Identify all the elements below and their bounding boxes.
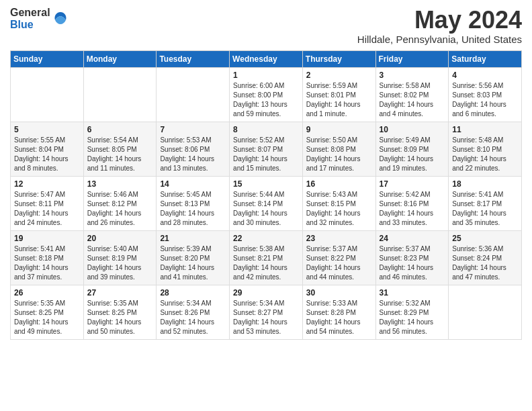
- day-number: 13: [87, 179, 153, 189]
- header: General Blue May 2024 Hilldale, Pennsylv…: [10, 7, 522, 45]
- day-number: 27: [87, 288, 153, 298]
- title-block: May 2024 Hilldale, Pennsylvania, United …: [357, 7, 522, 45]
- day-number: 23: [306, 234, 372, 243]
- calendar-cell: 20Sunrise: 5:40 AMSunset: 8:19 PMDayligh…: [83, 230, 157, 285]
- logo-general: General: [10, 7, 50, 19]
- day-info: Sunrise: 5:47 AMSunset: 8:11 PMDaylight:…: [14, 190, 80, 228]
- calendar-cell: 5Sunrise: 5:55 AMSunset: 8:04 PMDaylight…: [11, 122, 84, 176]
- day-info: Sunrise: 5:56 AMSunset: 8:03 PMDaylight:…: [452, 81, 518, 119]
- day-number: 28: [160, 288, 226, 298]
- day-info: Sunrise: 5:34 AMSunset: 8:26 PMDaylight:…: [160, 299, 226, 336]
- calendar-cell: 1Sunrise: 6:00 AMSunset: 8:00 PMDaylight…: [230, 67, 303, 122]
- day-number: 31: [380, 288, 445, 298]
- day-info: Sunrise: 5:44 AMSunset: 8:14 PMDaylight:…: [233, 190, 299, 228]
- day-number: 7: [160, 125, 226, 134]
- calendar-cell: 21Sunrise: 5:39 AMSunset: 8:20 PMDayligh…: [157, 230, 230, 285]
- calendar-cell: 6Sunrise: 5:54 AMSunset: 8:05 PMDaylight…: [83, 122, 157, 176]
- day-info: Sunrise: 5:33 AMSunset: 8:28 PMDaylight:…: [306, 299, 372, 336]
- week-row-2: 5Sunrise: 5:55 AMSunset: 8:04 PMDaylight…: [11, 122, 522, 176]
- day-info: Sunrise: 5:41 AMSunset: 8:17 PMDaylight:…: [452, 190, 518, 228]
- calendar-cell: 26Sunrise: 5:35 AMSunset: 8:25 PMDayligh…: [11, 285, 84, 339]
- day-number: 9: [306, 125, 372, 134]
- week-row-4: 19Sunrise: 5:41 AMSunset: 8:18 PMDayligh…: [11, 230, 522, 285]
- main-title: May 2024: [357, 7, 522, 34]
- calendar-cell: 27Sunrise: 5:35 AMSunset: 8:25 PMDayligh…: [83, 285, 157, 339]
- day-info: Sunrise: 5:37 AMSunset: 8:23 PMDaylight:…: [380, 244, 445, 282]
- day-number: 1: [233, 71, 299, 80]
- calendar-table: Sunday Monday Tuesday Wednesday Thursday…: [10, 50, 522, 340]
- day-number: 16: [306, 179, 372, 189]
- calendar-cell: 8Sunrise: 5:52 AMSunset: 8:07 PMDaylight…: [230, 122, 303, 176]
- calendar-cell: [83, 67, 157, 122]
- calendar-cell: [11, 67, 84, 122]
- logo-text: General Blue: [10, 7, 50, 30]
- col-monday: Monday: [83, 50, 157, 67]
- calendar-cell: 28Sunrise: 5:34 AMSunset: 8:26 PMDayligh…: [157, 285, 230, 339]
- day-number: 24: [380, 234, 445, 243]
- day-info: Sunrise: 5:58 AMSunset: 8:02 PMDaylight:…: [380, 81, 445, 119]
- day-info: Sunrise: 5:38 AMSunset: 8:21 PMDaylight:…: [233, 244, 299, 282]
- page: General Blue May 2024 Hilldale, Pennsylv…: [0, 0, 532, 411]
- day-info: Sunrise: 5:34 AMSunset: 8:27 PMDaylight:…: [233, 299, 299, 336]
- day-info: Sunrise: 5:59 AMSunset: 8:01 PMDaylight:…: [306, 81, 372, 119]
- calendar-cell: 9Sunrise: 5:50 AMSunset: 8:08 PMDaylight…: [302, 122, 375, 176]
- day-info: Sunrise: 5:42 AMSunset: 8:16 PMDaylight:…: [380, 190, 445, 228]
- calendar-cell: 3Sunrise: 5:58 AMSunset: 8:02 PMDaylight…: [375, 67, 449, 122]
- day-info: Sunrise: 5:55 AMSunset: 8:04 PMDaylight:…: [14, 136, 80, 173]
- day-number: 18: [452, 179, 518, 189]
- col-wednesday: Wednesday: [230, 50, 303, 67]
- day-number: 11: [452, 125, 518, 134]
- day-info: Sunrise: 5:39 AMSunset: 8:20 PMDaylight:…: [160, 244, 226, 282]
- day-number: 17: [380, 179, 445, 189]
- calendar-cell: 22Sunrise: 5:38 AMSunset: 8:21 PMDayligh…: [230, 230, 303, 285]
- day-info: Sunrise: 5:36 AMSunset: 8:24 PMDaylight:…: [452, 244, 518, 282]
- calendar-cell: 29Sunrise: 5:34 AMSunset: 8:27 PMDayligh…: [230, 285, 303, 339]
- calendar-cell: 25Sunrise: 5:36 AMSunset: 8:24 PMDayligh…: [449, 230, 522, 285]
- day-info: Sunrise: 5:32 AMSunset: 8:29 PMDaylight:…: [380, 299, 445, 336]
- day-info: Sunrise: 5:37 AMSunset: 8:22 PMDaylight:…: [306, 244, 372, 282]
- calendar-cell: 14Sunrise: 5:45 AMSunset: 8:13 PMDayligh…: [157, 176, 230, 230]
- calendar-cell: 17Sunrise: 5:42 AMSunset: 8:16 PMDayligh…: [375, 176, 449, 230]
- day-info: Sunrise: 6:00 AMSunset: 8:00 PMDaylight:…: [233, 81, 299, 119]
- day-info: Sunrise: 5:41 AMSunset: 8:18 PMDaylight:…: [14, 244, 80, 282]
- day-number: 21: [160, 234, 226, 243]
- day-info: Sunrise: 5:53 AMSunset: 8:06 PMDaylight:…: [160, 136, 226, 173]
- day-number: 12: [14, 179, 80, 189]
- subtitle: Hilldale, Pennsylvania, United States: [357, 34, 522, 45]
- day-number: 2: [306, 71, 372, 80]
- col-friday: Friday: [375, 50, 449, 67]
- day-info: Sunrise: 5:46 AMSunset: 8:12 PMDaylight:…: [87, 190, 153, 228]
- logo-blue: Blue: [10, 19, 50, 31]
- day-number: 15: [233, 179, 299, 189]
- day-number: 10: [380, 125, 445, 134]
- day-info: Sunrise: 5:48 AMSunset: 8:10 PMDaylight:…: [452, 136, 518, 173]
- day-number: 3: [380, 71, 445, 80]
- col-thursday: Thursday: [302, 50, 375, 67]
- day-number: 5: [14, 125, 80, 134]
- day-number: 4: [452, 71, 518, 80]
- calendar-cell: 12Sunrise: 5:47 AMSunset: 8:11 PMDayligh…: [11, 176, 84, 230]
- week-row-3: 12Sunrise: 5:47 AMSunset: 8:11 PMDayligh…: [11, 176, 522, 230]
- col-sunday: Sunday: [11, 50, 84, 67]
- calendar-cell: 23Sunrise: 5:37 AMSunset: 8:22 PMDayligh…: [302, 230, 375, 285]
- calendar-cell: 18Sunrise: 5:41 AMSunset: 8:17 PMDayligh…: [449, 176, 522, 230]
- col-saturday: Saturday: [449, 50, 522, 67]
- header-row: Sunday Monday Tuesday Wednesday Thursday…: [11, 50, 522, 67]
- calendar-cell: 19Sunrise: 5:41 AMSunset: 8:18 PMDayligh…: [11, 230, 84, 285]
- day-number: 29: [233, 288, 299, 298]
- calendar-cell: 7Sunrise: 5:53 AMSunset: 8:06 PMDaylight…: [157, 122, 230, 176]
- calendar-cell: 13Sunrise: 5:46 AMSunset: 8:12 PMDayligh…: [83, 176, 157, 230]
- col-tuesday: Tuesday: [157, 50, 230, 67]
- day-number: 8: [233, 125, 299, 134]
- day-info: Sunrise: 5:54 AMSunset: 8:05 PMDaylight:…: [87, 136, 153, 173]
- day-number: 14: [160, 179, 226, 189]
- day-number: 19: [14, 234, 80, 243]
- calendar-cell: 16Sunrise: 5:43 AMSunset: 8:15 PMDayligh…: [302, 176, 375, 230]
- day-info: Sunrise: 5:50 AMSunset: 8:08 PMDaylight:…: [306, 136, 372, 173]
- day-number: 26: [14, 288, 80, 298]
- logo-icon: [52, 11, 69, 27]
- day-info: Sunrise: 5:40 AMSunset: 8:19 PMDaylight:…: [87, 244, 153, 282]
- logo: General Blue: [10, 7, 69, 30]
- day-number: 30: [306, 288, 372, 298]
- day-info: Sunrise: 5:35 AMSunset: 8:25 PMDaylight:…: [87, 299, 153, 336]
